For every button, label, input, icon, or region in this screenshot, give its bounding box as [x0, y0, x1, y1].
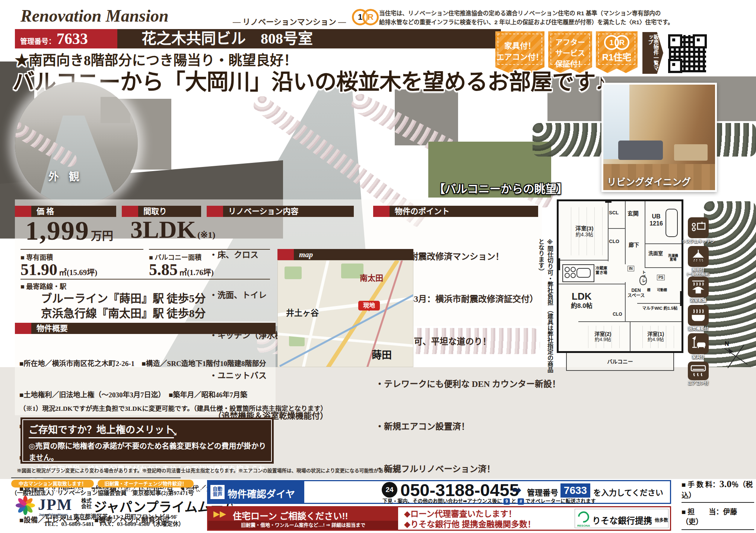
jpm-logo-text: JPM [38, 496, 72, 514]
room-ps: PS [657, 275, 665, 281]
furniture-icon [688, 333, 709, 354]
sofa-shape [618, 141, 663, 160]
bathtub-shape [666, 209, 678, 237]
agent-phone: ■ 電話番号：080-3692-8571 [682, 530, 754, 533]
floorplan-side-note: ※間仕切り可・弊社負担 （建具は弊社指定の商品となります） [536, 239, 556, 373]
r1-logo-icon: 1 R [352, 8, 378, 28]
room-genkan: 玄関 [628, 210, 639, 217]
lighting-icon [688, 246, 709, 267]
room-senmen: 洗面室 [648, 251, 663, 256]
phone-24h-icon: 24 [382, 482, 397, 498]
badge-kaitori: 中古マンション買取致します！ [11, 480, 94, 488]
resona-text: りそな銀行提携 [592, 514, 652, 526]
feature-label: 追焚機能付 [676, 327, 721, 331]
r1-badge-icon: 1 R [596, 35, 638, 48]
brand-subtitle: ― リノベーションマンション ― [233, 16, 346, 27]
living-caption: リビングダイニング [607, 174, 691, 188]
kitchen-counter [562, 264, 594, 282]
map-header: map [277, 249, 413, 260]
map-station-maita: 蒔田 [372, 347, 392, 362]
room-clo: CLO [609, 239, 619, 245]
flyer-canvas: Renovation Mansion ― リノベーションマンション ― 管理番号… [0, 0, 756, 533]
room-rouka: 廊下 [629, 242, 639, 248]
system-kitchen-icon [688, 217, 709, 238]
brand-title: Renovation Mansion [20, 6, 169, 26]
loan-item2: ◆りそな銀行他 提携金融機関多数！ [404, 519, 536, 529]
compass-icon: N [722, 342, 750, 370]
bath-dryer-icon [688, 277, 709, 297]
room-in: IN [628, 266, 634, 272]
overview-note: （※1）現況2LDKですが売主負担で3LDKに変更可能です。（建具仕様・設置箇所… [19, 403, 327, 413]
loan-bar: ▶▶ 住宅ローン ご相談ください!! 旧耐震・借地・ワンルーム案件など…! ⇒ … [207, 506, 671, 531]
table-shape [674, 144, 708, 161]
loan-item1: ◆ローン代理審査いたします！ [404, 509, 517, 519]
room-yoshitsu3: 洋室(3) 約4.3帖 [563, 207, 605, 255]
map: 南太田 井土ヶ谷 蒔田 現地 [277, 260, 413, 367]
resona-box: RESONA りそな銀行提携 他多数 [575, 509, 668, 528]
room-tana: 棚 [647, 288, 651, 292]
access-line1: ブルーライン『蒔田』駅 徒歩5分 [41, 289, 206, 306]
room-yoshitsu2: 洋室(2) 約4.9帖 [581, 326, 625, 348]
fine-print: ※図面と現況がプラン変更により変わる場合があります。※登記時の司法書士は売主指定… [17, 467, 402, 474]
dial-kanri-number: 7633 [560, 483, 590, 498]
feature-label: 家具付 [676, 355, 721, 359]
dial-title-block: 自動 音声 物件確認ダイヤル [208, 481, 304, 503]
renovation-header: リノベーション内容 [207, 206, 354, 217]
feature-label: システムキッチン [676, 239, 721, 244]
map-station-minamiota: 南太田 [360, 272, 383, 283]
room-clo2: CLO [613, 312, 622, 317]
dial-enter-text: を入力してください [593, 486, 663, 498]
feature-label: 浴室乾燥 [676, 298, 721, 303]
exterior-photo [15, 82, 138, 205]
agent-person: ■ 担 当：伊藤（吏） [682, 503, 754, 530]
balcony-area-value: 5.85 ㎡(1.76坪) [149, 260, 214, 279]
balcony-strip: バルコニー [566, 353, 674, 371]
map-here-badge: 現地 [358, 301, 380, 310]
qr-code [665, 31, 710, 76]
arrow-down-right-icon: ↘ [170, 427, 178, 438]
loan-arrows: ▶▶ [213, 509, 226, 519]
dial-subline: 下見・案内、その他のお問い合わせ➡アナウンス後に 9 と # でオペレーターに転… [382, 497, 596, 505]
access-line2: 京浜急行線『南太田』駅 徒歩8分 [41, 304, 206, 321]
reheating-bath-icon [688, 305, 709, 326]
r1-disclaimer: 当住宅は、リノベーション住宅推進協会の定める適合リノベーション住宅の R1 基準… [379, 9, 752, 27]
dial-kanri-label: 管理番号 [527, 486, 558, 498]
map-station-idogaya: 井土ヶ谷 [286, 306, 319, 318]
feature-label: 照明付 （一部LED照明） [676, 268, 721, 277]
room-reizoko: 冷蔵庫 置き場 [595, 266, 607, 275]
headline-main: バルコニーから「大岡川」沿いの桜並木を望めるお部屋です♪ [13, 64, 668, 96]
divider [20, 249, 143, 250]
room-ub: UB 1216 [649, 213, 663, 227]
room-wic: マルチWIC 約1.5帖 [642, 306, 677, 311]
overview-header: 物件概要 [15, 323, 276, 334]
air-conditioner-icon [688, 362, 709, 380]
feature-label: エアコン付 [676, 381, 721, 385]
agent-info: ■ 手 数 料：3.0％（税込） ■ 担 当：伊藤（吏） ■ 電話番号：080-… [682, 479, 754, 533]
kanri-number-box: 管理番号： 7633 [15, 29, 117, 48]
points-header: 物件のポイント [373, 206, 538, 217]
building-title: 花之木共同ビル 808号室 [117, 29, 501, 48]
kanri-number: 7633 [57, 30, 88, 48]
madori-value: 3LDK (※1) [130, 215, 215, 244]
kanri-label: 管理番号： [20, 36, 55, 46]
room-ldk: LDK 約8.0帖 [571, 291, 593, 309]
loan-subtitle: 旧耐震・借地・ワンルーム案件など…! ⇒ 詳細は担当まで [208, 521, 398, 530]
chijoken-title: ご存知ですか？地上権のメリット [29, 422, 174, 438]
room-yoshitsu1: 洋室(1) 約4.9帖 [635, 326, 677, 348]
floorplan: 洋室(3) 約4.3帖 SCL 玄関 UB 1216 CLO 廊下 洗面室 洗濯… [557, 199, 683, 353]
area-value: 51.90 ㎡(15.69坪) [20, 260, 97, 279]
room-kadodana: 可動棚 [657, 288, 667, 292]
company-prefix: 株式 会社 [81, 498, 92, 509]
agent-fee: ■ 手 数 料：3.0％（税込） [682, 479, 754, 503]
loan-title: 住宅ローン ご相談ください!! [233, 509, 348, 522]
room-sentaku: 洗濯機 置場 [668, 254, 678, 262]
room-scl: SCL [609, 210, 619, 216]
arrow-right-icon: ➡ [512, 483, 521, 496]
dial-bar: 自動 音声 物件確認ダイヤル 24 050-3188-0455 ➡ 管理番号 7… [207, 480, 671, 504]
price-value: 1,999 万円 [25, 215, 113, 246]
exterior-caption: 外 観 [48, 168, 83, 183]
company-tel: TEL：03-6809-5481 FAX：03-6809-4580（水曜定休） [44, 519, 184, 527]
chijoken-box: ご存知ですか？地上権のメリット ↘ ◎売買の際に地権者の承諾が不要のため名義変更… [20, 417, 274, 464]
room-den: DEN スペース [628, 288, 645, 299]
footer-divider [11, 477, 181, 478]
